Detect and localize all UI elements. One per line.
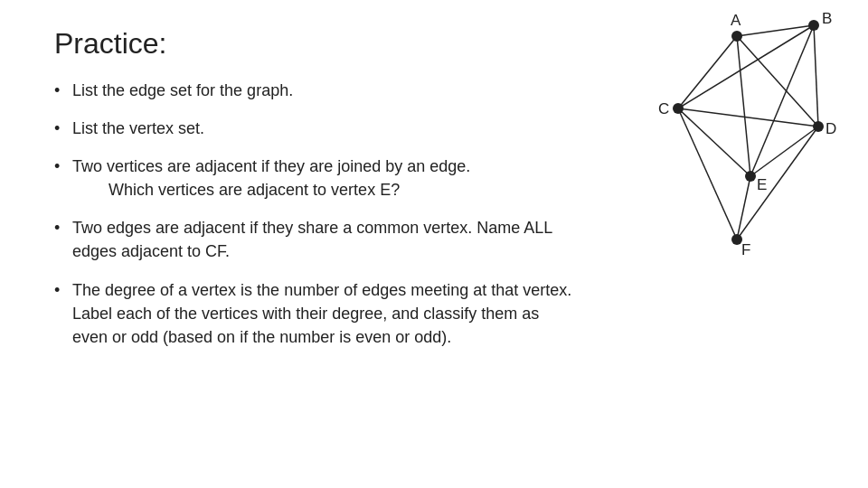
label-B: B: [822, 10, 832, 27]
vertex-B: [808, 20, 819, 31]
label-E: E: [757, 176, 767, 193]
graph-svg: A B C D E F: [561, 9, 841, 262]
label-A: A: [731, 12, 741, 29]
content-area: List the edge set for the graph. List th…: [54, 79, 579, 349]
svg-line-3: [737, 36, 750, 176]
slide: Practice: List the edge set for the grap…: [0, 0, 868, 488]
vertex-E: [745, 171, 756, 182]
label-C: C: [658, 100, 669, 117]
label-F: F: [741, 241, 750, 258]
vertex-A: [731, 31, 742, 42]
graph-diagram: A B C D E F: [561, 9, 841, 262]
svg-line-4: [678, 25, 814, 108]
bullet-1: List the edge set for the graph.: [54, 79, 579, 102]
svg-line-8: [678, 108, 750, 176]
bullet-4-text: Two edges are adjacent if they share a c…: [72, 219, 552, 260]
bullet-3-text: Two vertices are adjacent if they are jo…: [72, 157, 470, 175]
bullet-2-text: List the vertex set.: [72, 119, 204, 137]
svg-line-0: [737, 25, 814, 36]
svg-line-7: [678, 108, 818, 127]
label-D: D: [826, 120, 836, 137]
bullet-3-sub: Which vertices are adjacent to vertex E?: [72, 178, 579, 202]
bullet-5-text: The degree of a vertex is the number of …: [72, 281, 571, 346]
svg-line-9: [678, 108, 737, 239]
bullet-2: List the vertex set.: [54, 117, 579, 140]
vertex-D: [813, 121, 824, 132]
bullet-list: List the edge set for the graph. List th…: [54, 79, 579, 349]
svg-line-1: [678, 36, 737, 108]
bullet-3: Two vertices are adjacent if they are jo…: [54, 155, 579, 202]
vertex-C: [673, 103, 684, 114]
bullet-5: The degree of a vertex is the number of …: [54, 278, 579, 349]
svg-line-5: [814, 25, 818, 127]
bullet-4: Two edges are adjacent if they share a c…: [54, 216, 579, 263]
bullet-1-text: List the edge set for the graph.: [72, 81, 293, 99]
